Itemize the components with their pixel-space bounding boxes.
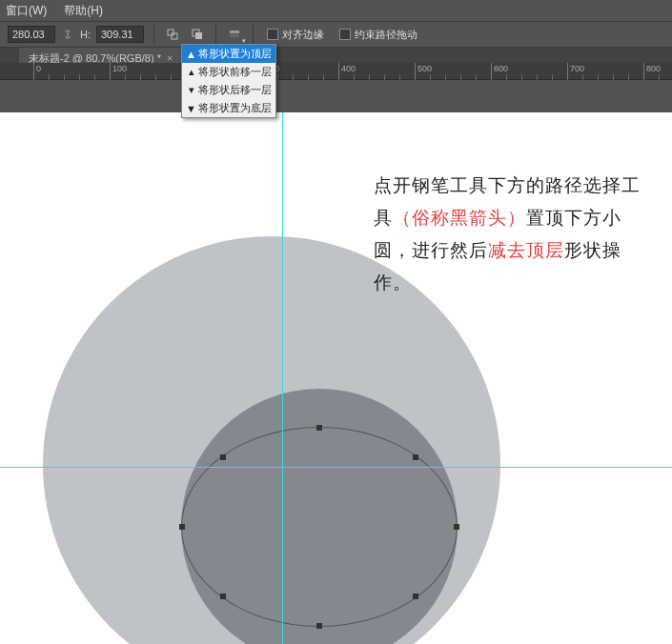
guide-vertical[interactable] xyxy=(282,112,283,644)
dd-label: 将形状后移一层 xyxy=(198,83,272,97)
width-field[interactable] xyxy=(8,26,55,43)
anchor-point[interactable] xyxy=(413,454,418,460)
ruler-tick: 700 xyxy=(567,63,568,80)
constrain-path-check[interactable]: 约束路径拖动 xyxy=(339,28,417,42)
svg-rect-3 xyxy=(195,32,202,39)
path-arrange-icon[interactable]: ▾ xyxy=(224,24,245,45)
annotation-part-red: 减去顶层 xyxy=(488,240,564,260)
separator xyxy=(215,25,216,44)
menu-help[interactable]: 帮助(H) xyxy=(64,3,103,19)
selection-path-ellipse[interactable] xyxy=(181,427,458,627)
dd-label: 将形状置为底层 xyxy=(198,101,272,115)
menu-window[interactable]: 窗口(W) xyxy=(6,3,47,19)
path-align-icon[interactable] xyxy=(162,24,183,45)
ruler-horizontal: 0100200300400500600700800 xyxy=(0,63,672,80)
link-wh-icon[interactable] xyxy=(61,27,76,42)
artboard: 点开钢笔工具下方的路径选择工具（俗称黑箭头）置顶下方小圆，进行然后减去顶层形状操… xyxy=(0,112,672,644)
annotation-part-red: （俗称黑箭头） xyxy=(393,208,526,228)
checkbox-icon xyxy=(267,29,278,40)
ruler-tick: 600 xyxy=(491,63,492,80)
anchor-point[interactable] xyxy=(316,425,322,431)
ruler-tick: 0 xyxy=(33,63,34,80)
separator xyxy=(153,25,154,44)
path-operations-icon[interactable] xyxy=(187,24,208,45)
dd-send-backward[interactable]: ▾ 将形状后移一层 xyxy=(182,81,275,99)
anchor-point[interactable] xyxy=(220,454,226,460)
align-edges-label: 对齐边缘 xyxy=(282,28,324,42)
layer-top-icon: ▲ xyxy=(186,49,196,60)
anchor-point[interactable] xyxy=(454,524,459,530)
align-edges-check[interactable]: 对齐边缘 xyxy=(267,28,324,42)
height-field[interactable] xyxy=(96,26,144,43)
ruler-tick: 400 xyxy=(338,63,339,80)
svg-rect-1 xyxy=(172,33,177,39)
dd-label: 将形状置为顶层 xyxy=(198,47,272,61)
ruler-tick: 100 xyxy=(110,63,111,80)
anchor-point[interactable] xyxy=(179,524,185,530)
guide-horizontal[interactable] xyxy=(0,467,672,468)
options-bar: H: ▾ 对齐边缘 约束路径拖动 xyxy=(0,21,672,48)
separator xyxy=(253,25,254,44)
annotation-text: 点开钢笔工具下方的路径选择工具（俗称黑箭头）置顶下方小圆，进行然后减去顶层形状操… xyxy=(374,170,650,299)
dd-bring-forward[interactable]: ▴ 将形状前移一层 xyxy=(182,63,275,81)
dd-label: 将形状前移一层 xyxy=(198,65,272,79)
arrange-dropdown: ▲ 将形状置为顶层 ▴ 将形状前移一层 ▾ 将形状后移一层 ▼ 将形状置为底层 xyxy=(181,44,276,118)
height-label: H: xyxy=(80,29,91,40)
dd-send-to-back[interactable]: ▼ 将形状置为底层 xyxy=(182,99,275,117)
canvas-area[interactable]: 点开钢笔工具下方的路径选择工具（俗称黑箭头）置顶下方小圆，进行然后减去顶层形状操… xyxy=(0,80,672,644)
menu-bar: 窗口(W) 帮助(H) xyxy=(0,0,672,21)
layer-bottom-icon: ▼ xyxy=(186,103,196,114)
svg-rect-0 xyxy=(168,30,173,35)
anchor-point[interactable] xyxy=(220,594,226,599)
dd-bring-to-front[interactable]: ▲ 将形状置为顶层 xyxy=(182,45,275,63)
ruler-tick: 800 xyxy=(643,63,644,80)
checkbox-icon xyxy=(339,29,351,40)
svg-rect-4 xyxy=(230,30,239,33)
constrain-label: 约束路径拖动 xyxy=(355,28,417,42)
layer-up-icon: ▴ xyxy=(186,66,196,78)
ruler-tick: 500 xyxy=(415,63,416,80)
anchor-point[interactable] xyxy=(316,623,322,629)
anchor-point[interactable] xyxy=(413,594,418,599)
svg-rect-5 xyxy=(230,34,239,37)
layer-down-icon: ▾ xyxy=(186,84,196,96)
